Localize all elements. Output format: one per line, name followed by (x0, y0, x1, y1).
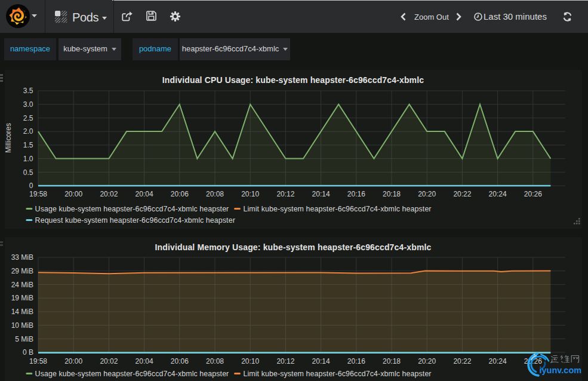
svg-text:20:16: 20:16 (347, 190, 365, 198)
svg-text:20:06: 20:06 (171, 190, 189, 198)
svg-text:Individual Memory Usage: kube-: Individual Memory Usage: kube-system hea… (155, 242, 432, 252)
svg-text:iyunv.com: iyunv.com (540, 365, 582, 375)
svg-text:20:06: 20:06 (171, 357, 189, 365)
svg-text:Request kube-system heapster-6: Request kube-system heapster-6c96ccd7c4-… (35, 216, 235, 225)
svg-text:20:04: 20:04 (136, 190, 153, 198)
svg-text:20:26: 20:26 (524, 190, 542, 198)
svg-text:Limit kube-system heapster-6c9: Limit kube-system heapster-6c96ccd7c4-xb… (244, 370, 432, 378)
svg-text:20:12: 20:12 (276, 357, 294, 365)
svg-text:2.0: 2.0 (23, 127, 33, 136)
svg-text:19:58: 19:58 (29, 357, 47, 365)
svg-text:2.5: 2.5 (23, 114, 33, 122)
svg-text:0.5: 0.5 (23, 168, 33, 177)
svg-text:5 MiB: 5 MiB (15, 335, 33, 343)
svg-text:29 MiB: 29 MiB (11, 267, 33, 275)
svg-text:20:24: 20:24 (489, 190, 507, 198)
svg-text:Individual CPU Usage: kube-sys: Individual CPU Usage: kube-system heapst… (162, 75, 424, 85)
svg-text:Limit kube-system heapster-6c9: Limit kube-system heapster-6c96ccd7c4-xb… (244, 205, 432, 213)
svg-text:Usage kube-system heapster-6c9: Usage kube-system heapster-6c96ccd7c4-xb… (35, 205, 229, 213)
svg-text:20:10: 20:10 (241, 357, 259, 365)
svg-text:10 MiB: 10 MiB (11, 321, 33, 330)
svg-text:20:08: 20:08 (206, 190, 224, 198)
svg-text:3.5: 3.5 (23, 87, 33, 95)
svg-text:20:14: 20:14 (312, 190, 330, 198)
svg-text:20:14: 20:14 (312, 357, 330, 365)
svg-text:20:20: 20:20 (418, 190, 436, 198)
svg-text:19:58: 19:58 (29, 190, 47, 198)
svg-text:0 B: 0 B (23, 348, 33, 357)
svg-text:20:02: 20:02 (100, 357, 118, 365)
svg-text:20:20: 20:20 (418, 357, 436, 365)
svg-text:20:24: 20:24 (489, 357, 507, 365)
svg-text:24 MiB: 24 MiB (11, 281, 33, 289)
svg-text:20:18: 20:18 (383, 190, 401, 198)
svg-text:19 MiB: 19 MiB (11, 294, 33, 302)
svg-text:20:02: 20:02 (100, 190, 118, 198)
svg-text:20:08: 20:08 (206, 357, 224, 365)
svg-text:20:16: 20:16 (347, 357, 365, 365)
svg-text:20:18: 20:18 (383, 357, 401, 365)
svg-text:20:10: 20:10 (241, 190, 259, 198)
svg-text:14 MiB: 14 MiB (11, 308, 33, 316)
svg-text:0: 0 (29, 182, 33, 190)
svg-text:20:04: 20:04 (136, 357, 153, 365)
svg-text:33 MiB: 33 MiB (11, 253, 33, 262)
svg-text:3.0: 3.0 (23, 100, 33, 109)
svg-text:20:12: 20:12 (276, 190, 294, 198)
svg-text:1.0: 1.0 (23, 155, 33, 163)
svg-text:Millicores: Millicores (5, 123, 13, 153)
svg-text:20:22: 20:22 (453, 357, 471, 365)
svg-text:20:00: 20:00 (64, 190, 82, 198)
svg-text:20:22: 20:22 (453, 190, 471, 198)
svg-text:20:00: 20:00 (64, 357, 82, 365)
svg-text:1.5: 1.5 (23, 141, 33, 149)
svg-text:Usage kube-system heapster-6c9: Usage kube-system heapster-6c96ccd7c4-xb… (35, 370, 229, 378)
